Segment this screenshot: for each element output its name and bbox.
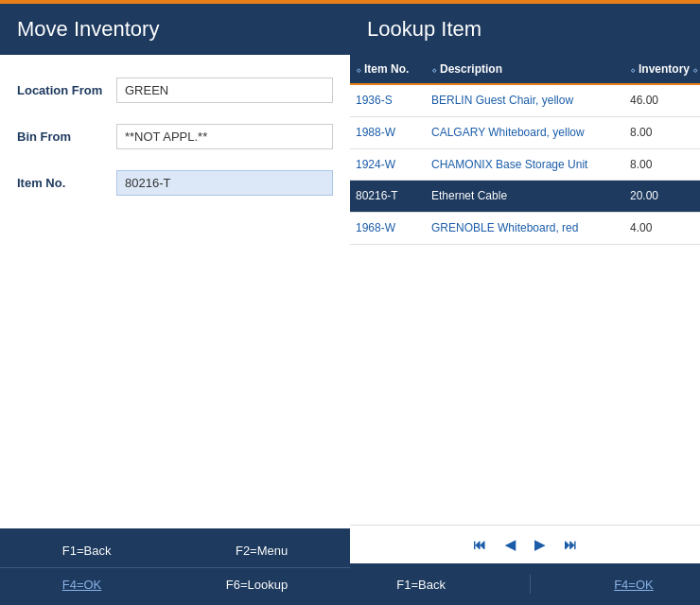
left-panel-title: Move Inventory (0, 4, 350, 55)
footer-divider (0, 567, 350, 568)
item-no-input[interactable] (116, 170, 333, 196)
bin-from-label: Bin From (17, 124, 116, 144)
col-item-no-label: Item No. (364, 62, 409, 76)
cell-description: GRENOBLE Whiteboard, red (426, 213, 624, 244)
col-inventory[interactable]: ⬦ Inventory ⬦ (624, 55, 700, 83)
cell-inventory: 4.00 (624, 213, 700, 244)
f2-menu-button[interactable]: F2=Menu (226, 542, 297, 560)
lookup-table: ⬦ Item No. ⬦ Description ⬦ Inventory ⬦ 1… (350, 55, 700, 563)
cell-description: Ethernet Cable (426, 181, 624, 212)
location-from-label: Location From (17, 78, 116, 97)
col-description-label: Description (440, 62, 502, 76)
location-from-row: Location From (17, 78, 333, 103)
right-panel-title: Lookup Item (350, 4, 700, 55)
cell-description: CHAMONIX Base Storage Unit (426, 149, 624, 181)
cell-item-no: 1936-S (350, 85, 426, 116)
table-row[interactable]: 1936-SBERLIN Guest Chair, yellow46.00 (350, 85, 700, 117)
right-f1-back-button[interactable]: F1=Back (387, 576, 455, 594)
cell-inventory: 46.00 (624, 85, 700, 116)
left-footer-row1: F1=Back F2=Menu (0, 538, 350, 563)
col-item-no[interactable]: ⬦ Item No. (350, 55, 426, 83)
col-description-sort-icon: ⬦ (431, 64, 437, 75)
col-inventory-sort-icon2: ⬦ (692, 64, 698, 75)
cell-inventory: 20.00 (624, 181, 700, 212)
right-panel: Lookup Item ⬦ Item No. ⬦ Description ⬦ I… (350, 0, 700, 605)
table-row[interactable]: 80216-TEthernet Cable20.00 (350, 181, 700, 213)
left-panel: Move Inventory Location From Bin From It… (0, 0, 350, 605)
item-no-label: Item No. (17, 170, 116, 190)
cell-item-no: 1988-W (350, 117, 426, 148)
right-footer: F1=Back F4=OK (350, 563, 700, 605)
table-row[interactable]: 1988-WCALGARY Whiteboard, yellow8.00 (350, 117, 700, 149)
table-header: ⬦ Item No. ⬦ Description ⬦ Inventory ⬦ (350, 55, 700, 85)
cell-item-no: 80216-T (350, 181, 426, 212)
next-page-button[interactable]: ▶ (531, 535, 549, 554)
right-f4-ok-button[interactable]: F4=OK (604, 576, 663, 594)
cell-item-no: 1924-W (350, 149, 426, 181)
left-footer: F1=Back F2=Menu F4=OK F6=Lookup (0, 528, 350, 605)
col-description[interactable]: ⬦ Description (426, 55, 624, 83)
col-inventory-sort-icon: ⬦ (630, 64, 636, 75)
bin-from-row: Bin From (17, 124, 333, 149)
cell-description: CALGARY Whiteboard, yellow (426, 117, 624, 148)
f1-back-button[interactable]: F1=Back (53, 542, 121, 560)
cell-description: BERLIN Guest Chair, yellow (426, 85, 624, 116)
f6-lookup-button[interactable]: F6=Lookup (217, 576, 297, 594)
cell-item-no: 1968-W (350, 213, 426, 244)
item-no-row: Item No. (17, 170, 333, 196)
f4-ok-button[interactable]: F4=OK (53, 576, 112, 594)
left-footer-row2: F4=OK F6=Lookup (0, 572, 350, 597)
cell-inventory: 8.00 (624, 149, 700, 181)
left-panel-body: Location From Bin From Item No. (0, 55, 350, 528)
col-inventory-label: Inventory (639, 62, 690, 76)
table-body: 1936-SBERLIN Guest Chair, yellow46.00198… (350, 85, 700, 525)
first-page-button[interactable]: ⏮ (469, 535, 490, 554)
pagination: ⏮ ◀ ▶ ⏭ (350, 525, 700, 563)
cell-inventory: 8.00 (624, 117, 700, 148)
bin-from-input[interactable] (116, 124, 333, 149)
table-row[interactable]: 1924-WCHAMONIX Base Storage Unit8.00 (350, 149, 700, 182)
table-row[interactable]: 1968-WGRENOBLE Whiteboard, red4.00 (350, 213, 700, 245)
col-item-no-sort-icon: ⬦ (356, 64, 361, 75)
prev-page-button[interactable]: ◀ (501, 535, 519, 554)
location-from-input[interactable] (116, 78, 333, 103)
last-page-button[interactable]: ⏭ (560, 535, 581, 554)
right-footer-divider (530, 575, 531, 594)
